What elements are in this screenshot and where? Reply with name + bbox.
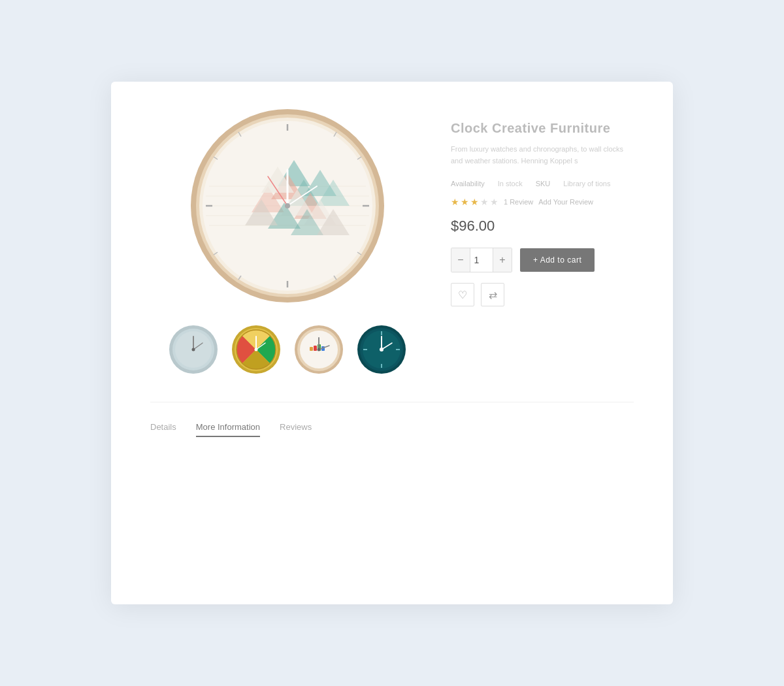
thumbnail-3[interactable] [293, 323, 345, 376]
sku-value: Library of tions [563, 180, 610, 188]
action-icons-row: ♡ ⇄ [451, 283, 634, 306]
svg-point-76 [380, 348, 384, 351]
product-tabs: Details More Information Reviews [150, 402, 634, 502]
page-wrapper: Clock Creative Furniture From luxury wat… [0, 0, 784, 686]
tab-details[interactable]: Details [150, 422, 176, 437]
add-to-cart-button[interactable]: + Add to cart [520, 248, 595, 272]
star-rating: ★ ★ ★ ★ ★ [451, 197, 498, 207]
main-clock-image [189, 108, 385, 304]
star-4: ★ [480, 197, 489, 207]
wishlist-button[interactable]: ♡ [451, 283, 474, 306]
thumbnail-4[interactable] [355, 323, 408, 376]
quantity-control: − + [451, 248, 512, 272]
quantity-cart-row: − + + Add to cart [451, 248, 634, 272]
tab-reviews[interactable]: Reviews [280, 422, 312, 437]
thumbnail-2[interactable] [230, 323, 282, 376]
review-count: 1 Review [504, 198, 533, 206]
star-1: ★ [451, 197, 459, 207]
product-card: Clock Creative Furniture From luxury wat… [111, 82, 673, 604]
svg-point-56 [255, 348, 258, 351]
tab-more-information[interactable]: More Information [196, 422, 260, 437]
star-3: ★ [470, 197, 479, 207]
thumbnail-1[interactable] [167, 323, 220, 376]
product-description: From luxury watches and chronographs, to… [451, 144, 634, 167]
product-image-section [150, 108, 425, 376]
product-meta: Availability In stock SKU Library of tio… [451, 180, 634, 188]
rating-row: ★ ★ ★ ★ ★ 1 Review Add Your Review [451, 197, 634, 207]
availability-label: Availability [451, 180, 485, 188]
svg-point-38 [285, 203, 290, 208]
star-2: ★ [461, 197, 469, 207]
thumbnail-row [167, 323, 408, 376]
compare-button[interactable]: ⇄ [481, 283, 504, 306]
availability-value: In stock [498, 180, 523, 188]
product-info: Clock Creative Furniture From luxury wat… [451, 108, 634, 306]
svg-rect-63 [310, 347, 313, 351]
star-5: ★ [490, 197, 498, 207]
compare-icon: ⇄ [489, 289, 497, 301]
quantity-decrease-button[interactable]: − [451, 248, 470, 272]
quantity-input[interactable] [470, 248, 493, 272]
tabs-nav: Details More Information Reviews [150, 422, 634, 437]
product-title: Clock Creative Furniture [451, 121, 634, 136]
sku-label: SKU [536, 180, 551, 188]
svg-point-66 [318, 348, 321, 351]
svg-rect-60 [314, 346, 317, 351]
quantity-increase-button[interactable]: + [493, 248, 512, 272]
svg-point-44 [192, 348, 195, 351]
tab-content [150, 450, 634, 502]
add-review-link[interactable]: Add Your Review [538, 198, 593, 206]
product-main: Clock Creative Furniture From luxury wat… [150, 108, 634, 376]
heart-icon: ♡ [458, 289, 467, 301]
product-price: $96.00 [451, 218, 634, 235]
